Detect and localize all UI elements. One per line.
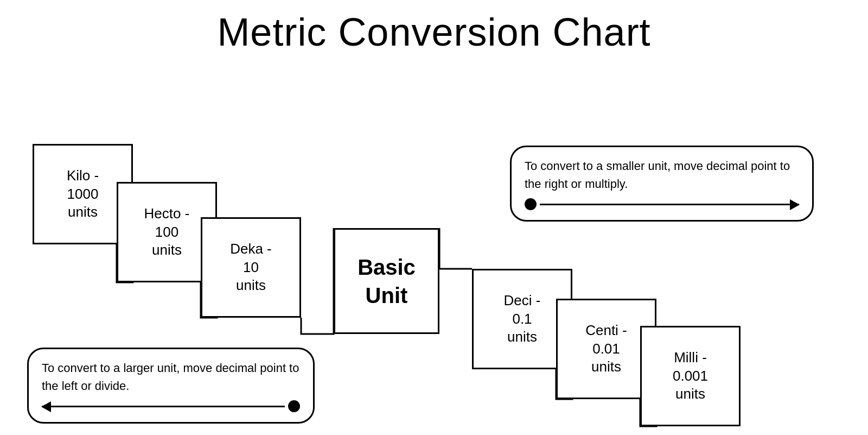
right-arrow-row [525, 198, 799, 210]
smaller-unit-text: To convert to a smaller unit, move decim… [525, 159, 790, 191]
milli-box: Milli -0.001units [640, 326, 741, 426]
dot-left [525, 198, 537, 210]
right-arrow-line [540, 204, 799, 205]
larger-unit-info-box: To convert to a larger unit, move decima… [27, 348, 315, 424]
deci-label: Deci -0.1units [504, 292, 541, 346]
larger-unit-text: To convert to a larger unit, move decima… [42, 361, 299, 393]
page-title: Metric Conversion Chart [0, 0, 868, 60]
basic-unit-box: BasicUnit [334, 228, 439, 334]
deka-box: Deka -10units [201, 217, 301, 318]
left-arrow-line [42, 406, 285, 407]
smaller-unit-info-box: To convert to a smaller unit, move decim… [510, 146, 814, 222]
kilo-label: Kilo -1000units [67, 167, 99, 222]
chart-area: Kilo -1000units Hecto -100units Deka -10… [0, 60, 868, 429]
dot-right [288, 400, 300, 412]
milli-label: Milli -0.001units [673, 349, 708, 404]
basic-unit-label: BasicUnit [358, 253, 416, 310]
centi-label: Centi -0.01units [585, 321, 627, 376]
hecto-label: Hecto -100units [144, 205, 190, 260]
left-arrow-row [42, 400, 300, 412]
deka-label: Deka -10units [230, 240, 272, 295]
